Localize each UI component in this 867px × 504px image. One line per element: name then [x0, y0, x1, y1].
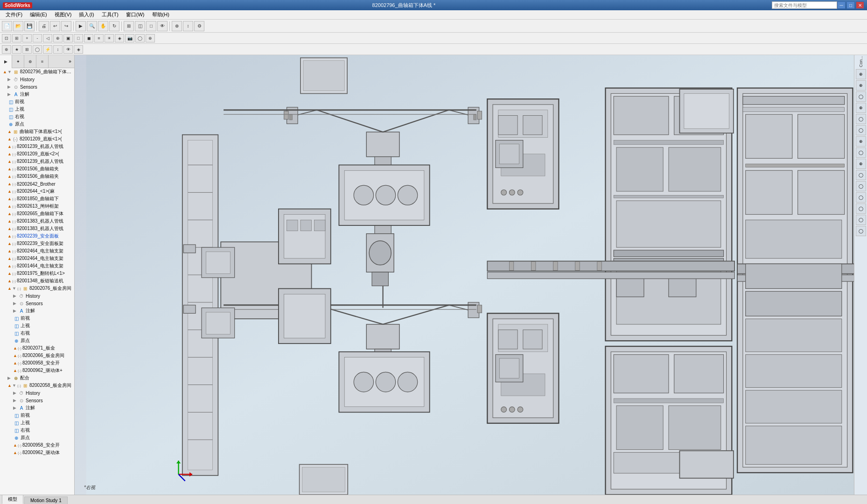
tree-item-root[interactable]: ▲ ▼ ⊞ 82002796_曲轴箱下体A线: [0, 68, 74, 76]
search-input[interactable]: [772, 1, 837, 9]
new-comp-btn[interactable]: ★: [12, 45, 21, 54]
tree-item-subpart-2[interactable]: ▲ (-) 82002066_板金房间: [0, 352, 74, 359]
open-btn[interactable]: 📂: [13, 21, 23, 31]
tree-item-notes-3[interactable]: ▶ A 注解: [0, 404, 74, 412]
section-btn[interactable]: ≡: [94, 34, 104, 42]
display-style-btn[interactable]: □: [146, 21, 156, 31]
tree-item-history-2[interactable]: ▶ ⏱ History: [0, 292, 74, 300]
feature-tree-tab[interactable]: ▶: [0, 55, 12, 68]
con-btn-2[interactable]: ⊕: [856, 80, 866, 91]
new-btn[interactable]: 📄: [2, 21, 12, 31]
section-view-btn[interactable]: ⊞: [124, 21, 134, 31]
con-btn-5[interactable]: ◯: [856, 114, 866, 124]
menu-file[interactable]: 文件(F): [2, 10, 26, 19]
tree-item-origin-3[interactable]: ⊕ 原点: [0, 434, 74, 441]
scene-btn[interactable]: ◯: [135, 34, 145, 42]
menu-tools[interactable]: 工具(T): [98, 10, 122, 19]
tree-item-part-12[interactable]: ▲ (-) 82001383_机器人管线: [0, 217, 74, 225]
tree-item-part-8[interactable]: ▲ (-) 82002644_<1>(麻: [0, 188, 74, 195]
tree-item-part-11[interactable]: ▲ (-) 82002665_曲轴箱下体: [0, 210, 74, 217]
display-tab[interactable]: ≡: [36, 55, 49, 68]
zoom-area-btn[interactable]: ⊞: [12, 34, 21, 42]
tree-item-part-14[interactable]: ▲ (-) 82002239_安全面板: [0, 232, 74, 240]
model-tab[interactable]: 模型: [2, 495, 23, 504]
menu-window[interactable]: 窗口(W): [122, 10, 148, 19]
tree-item-part-13[interactable]: ▲ (-) 82001383_机器人管线: [0, 225, 74, 232]
cad-viewport[interactable]: *右视 Con... ⊕ ⊕ ◯ ⊕ ◯ ◯ ⊕ ◯ ⊕ ◯ ◯ ◯ ◯ ◯ ◯: [75, 55, 867, 495]
zoom-btn[interactable]: 🔍: [87, 21, 97, 31]
tree-item-part-1[interactable]: ▲ (-) 82001209_底板<1>(: [0, 135, 74, 143]
tree-item-front-2[interactable]: ◫ 前视: [0, 315, 74, 322]
pan-btn[interactable]: ✋: [98, 21, 108, 31]
tree-item-top-3[interactable]: ◫ 上视: [0, 419, 74, 427]
hide-comp-btn[interactable]: 👁: [63, 45, 73, 54]
con-btn-10[interactable]: ◯: [856, 170, 866, 180]
smart-mates-btn[interactable]: ⚡: [43, 45, 52, 54]
tree-item-top-view[interactable]: ◫ 上视: [0, 105, 74, 113]
tree-item-part-4[interactable]: ▲ (-) 82001239_机器人管线: [0, 158, 74, 165]
asm-mate-btn[interactable]: ◯: [33, 45, 42, 54]
motion-study-tab[interactable]: Motion Study 1: [24, 497, 68, 504]
redo-btn[interactable]: ↪: [61, 21, 71, 31]
con-btn-8[interactable]: ◯: [856, 147, 866, 158]
view-orient-btn[interactable]: ◫: [135, 21, 145, 31]
tree-item-notes-2[interactable]: ▶ A 注解: [0, 307, 74, 315]
material-btn[interactable]: ◈: [115, 34, 124, 42]
con-btn-14[interactable]: ◯: [856, 215, 866, 225]
con-btn-7[interactable]: ⊕: [856, 136, 866, 147]
tree-item-part-17[interactable]: ▲ (-) 82002464_电主轴支架: [0, 255, 74, 262]
con-btn-3[interactable]: ◯: [856, 91, 866, 102]
tree-item-part-3[interactable]: ▲ (-) 82001209_底板<2>(: [0, 150, 74, 158]
tree-item-part-5[interactable]: ▲ (-) 82001506_曲轴箱夹: [0, 165, 74, 173]
tree-item-part-base[interactable]: ▲ ⊞ 曲轴箱下体底板<1>(: [0, 128, 74, 135]
tree-item-right-3[interactable]: ◫ 右视: [0, 427, 74, 434]
undo-btn[interactable]: ↩: [50, 21, 60, 31]
close-button[interactable]: ✕: [856, 1, 864, 9]
con-btn-11[interactable]: ◯: [856, 181, 866, 191]
front-view-btn[interactable]: ▣: [63, 34, 73, 42]
con-btn-6[interactable]: ◯: [856, 125, 866, 135]
tree-item-subasm-1[interactable]: ▲ ▼ (-) ⊞ 82002076_板金房间: [0, 285, 74, 292]
zoom-out-btn[interactable]: -: [33, 34, 42, 42]
tree-item-part-15[interactable]: ▲ (-) 82002239_安全面板架: [0, 240, 74, 247]
minimize-button[interactable]: ─: [837, 1, 846, 9]
con-btn-12[interactable]: ◯: [856, 192, 866, 203]
select-btn[interactable]: ▶: [76, 21, 86, 31]
tree-item-origin[interactable]: ⊕ 原点: [0, 120, 74, 128]
tree-item-part-7[interactable]: ▲ (-) 82002642_Brother: [0, 180, 74, 188]
tree-item-sensors-1[interactable]: ▶ ⊙ Sensors: [0, 83, 74, 91]
tree-item-subpart-1[interactable]: ▲ (-) 82002071_板金: [0, 344, 74, 352]
tree-item-history-3[interactable]: ▶ ⏱ History: [0, 389, 74, 397]
save-btn[interactable]: 💾: [24, 21, 35, 31]
tree-item-part-16[interactable]: ▲ (-) 82002464_电主轴支架: [0, 247, 74, 255]
show-hide-btn[interactable]: ◈: [74, 45, 83, 54]
wireframe-btn[interactable]: □: [74, 34, 83, 42]
con-btn-9[interactable]: ⊕: [856, 159, 866, 169]
tree-item-part-2[interactable]: ▲ (-) 82001239_机器人管线: [0, 143, 74, 150]
rotate-btn[interactable]: ↻: [109, 21, 119, 31]
tree-item-sensors-2[interactable]: ▶ ⊙ Sensors: [0, 300, 74, 307]
menu-view[interactable]: 视图(V): [51, 10, 76, 19]
tree-item-part-18[interactable]: ▲ (-) 82001464_电主轴支架: [0, 262, 74, 270]
assembly-features-btn[interactable]: ⚙: [194, 21, 204, 31]
insert-comp-btn[interactable]: ⊕: [2, 45, 11, 54]
con-btn-4[interactable]: ⊕: [856, 103, 866, 113]
tree-item-subpart-6[interactable]: ▲ (-) 82000962_驱动体: [0, 449, 74, 456]
camera-btn[interactable]: 📷: [125, 34, 134, 42]
tree-item-part-10[interactable]: ▲ (-) 82002613_闸钟框架: [0, 203, 74, 210]
zoom-in-btn[interactable]: +: [22, 34, 32, 42]
property-tab[interactable]: ✦: [12, 55, 24, 68]
move-comp2-btn[interactable]: ↕: [53, 45, 63, 54]
tree-item-history-1[interactable]: ▶ ⏱ History: [0, 76, 74, 83]
tree-item-part-19[interactable]: ▲ (-) 82001975_翻转机L<1>: [0, 270, 74, 277]
print-btn[interactable]: 🖨: [39, 21, 49, 31]
tree-item-sensors-3[interactable]: ▶ ⊙ Sensors: [0, 397, 74, 404]
hide-show-btn[interactable]: 👁: [157, 21, 168, 31]
orient-btn[interactable]: ⊕: [53, 34, 63, 42]
tree-item-mates[interactable]: ▶ ⊕ 配合: [0, 374, 74, 382]
tree-item-right-2[interactable]: ◫ 右视: [0, 329, 74, 337]
con-btn-15[interactable]: ◯: [856, 226, 866, 236]
tree-item-front-view[interactable]: ◫ 前视: [0, 98, 74, 105]
tree-item-subpart-5[interactable]: ▲ (-) 82000958_安全开: [0, 441, 74, 449]
shaded-btn[interactable]: ◼: [84, 34, 93, 42]
